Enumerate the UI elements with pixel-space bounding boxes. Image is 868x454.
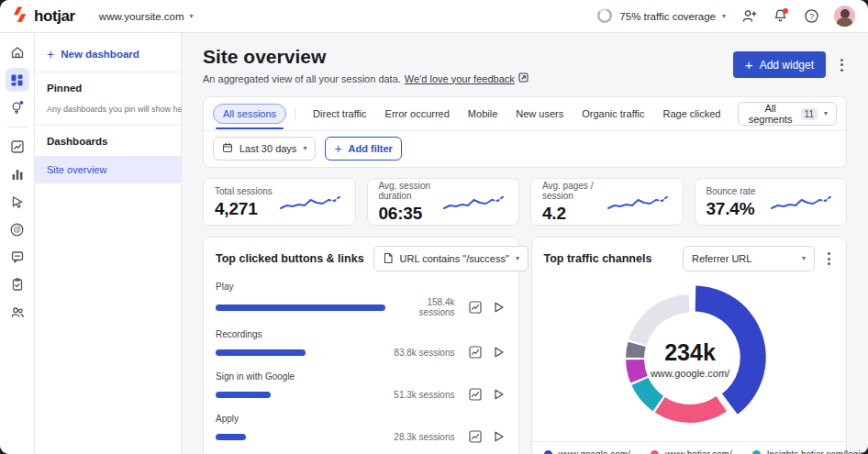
icon-rail: @	[0, 33, 35, 454]
all-segments-dropdown[interactable]: All segments 11 ▾	[738, 102, 838, 126]
donut-chart: 234kwww.google.com/	[532, 280, 847, 441]
recordings-icon[interactable]: @	[6, 217, 29, 241]
notifications-bell-icon[interactable]	[772, 8, 788, 25]
traffic-channels-menu-button[interactable]	[824, 249, 834, 269]
feedback-link[interactable]: We'd love your feedback	[405, 73, 515, 84]
invite-user-icon[interactable]	[740, 8, 757, 25]
view-trend-icon[interactable]	[468, 345, 483, 360]
sparkline-chart	[278, 188, 344, 217]
segment-tab-rage-clicked[interactable]: Rage clicked	[654, 105, 730, 123]
stat-card-avg-pages-session[interactable]: Avg. pages / session4.2	[530, 178, 684, 226]
stat-card-avg-session-duration[interactable]: Avg. session duration06:35	[367, 178, 520, 226]
sparkline-chart	[769, 188, 835, 217]
stat-value: 06:35	[379, 204, 442, 224]
insights-lightbulb-icon[interactable]	[6, 95, 29, 119]
notification-dot	[783, 8, 788, 14]
add-filter-label: Add filter	[349, 143, 393, 154]
all-segments-label: All segments	[747, 103, 795, 125]
segment-tab-organic-traffic[interactable]: Organic traffic	[573, 105, 653, 123]
svg-text:@: @	[13, 225, 21, 234]
view-trend-icon[interactable]	[468, 300, 483, 315]
sidebar-item-site-overview[interactable]: Site overview	[35, 156, 181, 183]
topbar-actions: 75% traffic coverage ▾	[596, 6, 855, 27]
svg-text:?: ?	[809, 12, 814, 21]
external-link-icon	[518, 72, 529, 84]
view-trend-icon[interactable]	[468, 429, 483, 444]
heatmaps-cursor-icon[interactable]	[6, 190, 29, 214]
top-clicked-widget: Top clicked buttons & links URL contains…	[203, 237, 519, 454]
sessions-count: 158.4k sessions	[390, 297, 468, 317]
clicked-item-label: Sign in with Google	[216, 371, 506, 382]
help-icon[interactable]: ?	[803, 8, 819, 25]
top-clicked-title: Top clicked buttons & links	[216, 252, 364, 265]
home-icon[interactable]	[6, 40, 29, 64]
funnels-icon[interactable]	[6, 162, 29, 186]
segment-tabs: All sessionsDirect trafficError occurred…	[204, 97, 846, 131]
view-trend-icon[interactable]	[468, 387, 483, 402]
hotjar-logo[interactable]: hotjar	[11, 6, 75, 28]
top-clicked-header: Top clicked buttons & links URL contains…	[204, 238, 518, 280]
legend-label: www.google.com/	[559, 449, 630, 454]
legend-dot	[544, 450, 552, 454]
referrer-url-dropdown[interactable]: Referrer URL ▾	[683, 246, 815, 271]
url-filter-dropdown[interactable]: URL contains "/success" ▾	[373, 246, 529, 271]
site-selector[interactable]: www.yoursite.com ▾	[99, 11, 194, 22]
new-dashboard-button[interactable]: + New dashboard	[35, 39, 181, 72]
new-dashboard-label: New dashboard	[61, 49, 139, 60]
segment-tab-error-occurred[interactable]: Error occurred	[376, 105, 459, 123]
segments-count-badge: 11	[801, 108, 818, 120]
segment-tab-direct-traffic[interactable]: Direct traffic	[304, 105, 375, 123]
legend-item-www-google-com[interactable]: www.google.com/	[544, 449, 630, 454]
sessions-count: 83.8k sessions	[390, 348, 468, 358]
chevron-down-icon: ▾	[722, 13, 726, 20]
traffic-channels-header: Top traffic channels Referrer URL ▾	[532, 238, 847, 280]
trends-icon[interactable]	[6, 135, 29, 159]
feedback-icon[interactable]	[6, 245, 29, 269]
legend-dot	[651, 450, 659, 454]
brand-name: hotjar	[34, 7, 75, 26]
bar-track	[216, 434, 390, 440]
clicked-item-row-sign-in-with-google: Sign in with Google51.3k sessions	[216, 371, 506, 402]
traffic-coverage[interactable]: 75% traffic coverage ▾	[596, 7, 726, 26]
play-recordings-icon[interactable]	[492, 300, 506, 315]
dashboards-icon[interactable]	[6, 68, 29, 92]
chevron-down-icon: ▾	[303, 145, 306, 152]
filters-panel: All sessionsDirect trafficError occurred…	[203, 96, 847, 168]
segment-tab-new-users[interactable]: New users	[506, 105, 573, 123]
add-filter-button[interactable]: + Add filter	[325, 137, 401, 161]
play-recordings-icon[interactable]	[492, 345, 506, 360]
donut-segment-other-light[interactable]	[629, 294, 689, 345]
stat-label: Avg. session duration	[379, 181, 442, 201]
surveys-icon[interactable]	[6, 272, 29, 296]
user-avatar[interactable]	[834, 6, 855, 27]
donut-segment-other-gray[interactable]	[626, 342, 646, 358]
legend-item-insights-hotjar-com-login[interactable]: Insights.hotjar.com/login	[752, 449, 865, 454]
stat-value: 4,271	[215, 199, 273, 219]
app-window: hotjar www.yoursite.com ▾ 75% traffic co…	[0, 0, 868, 454]
plus-icon: +	[47, 48, 54, 61]
bar-fill	[216, 392, 271, 398]
bar-track	[216, 392, 390, 398]
date-range-dropdown[interactable]: Last 30 days ▾	[213, 137, 316, 161]
interviews-icon[interactable]	[6, 300, 29, 324]
stat-card-total-sessions[interactable]: Total sessions4,271	[203, 178, 356, 226]
clicked-item-label: Apply	[216, 414, 506, 424]
date-range-label: Last 30 days	[239, 143, 296, 154]
segment-tab-all-sessions[interactable]: All sessions	[213, 104, 286, 124]
stat-card-bounce-rate[interactable]: Bounce rate37.4%	[695, 178, 848, 226]
dashboards-section: Dashboards Site overview	[35, 125, 181, 183]
play-recordings-icon[interactable]	[492, 387, 506, 402]
page-menu-button[interactable]	[837, 55, 847, 75]
page-subtitle: An aggregated view of all your session d…	[203, 72, 529, 84]
legend-label: Insights.hotjar.com/login	[767, 449, 865, 454]
play-recordings-icon[interactable]	[492, 429, 506, 444]
segment-tab-mobile[interactable]: Mobile	[459, 105, 506, 123]
donut-center-label: www.google.com/	[649, 368, 729, 379]
legend-item-www-hotjar-com[interactable]: www.hotjar.com/	[651, 449, 732, 454]
clicked-items-list: Play158.4k sessionsRecordings83.8k sessi…	[204, 280, 518, 454]
chevron-down-icon: ▾	[190, 13, 194, 20]
add-widget-button[interactable]: + Add widget	[733, 51, 826, 78]
donut-segment-insights-hotjar-com-login[interactable]	[631, 378, 663, 411]
stats-row: Total sessions4,271Avg. session duration…	[203, 178, 847, 226]
donut-segment-www-hotjar-com[interactable]	[654, 396, 726, 423]
